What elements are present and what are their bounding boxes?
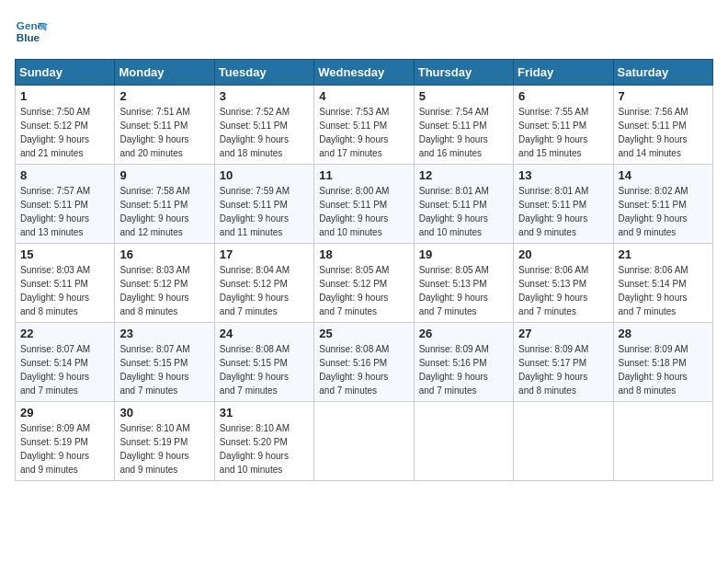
- day-number: 23: [119, 327, 209, 340]
- day-info: Sunrise: 8:09 AMSunset: 5:17 PMDaylight:…: [518, 344, 588, 396]
- day-number: 28: [619, 327, 708, 340]
- day-number: 22: [20, 327, 109, 340]
- calendar-day-header: Thursday: [414, 60, 513, 86]
- calendar-week-row: 1Sunrise: 7:50 AMSunset: 5:12 PMDaylight…: [16, 86, 713, 165]
- day-info: Sunrise: 8:03 AMSunset: 5:12 PMDaylight:…: [119, 265, 189, 316]
- calendar-day-header: Tuesday: [214, 60, 313, 86]
- day-info: Sunrise: 8:05 AMSunset: 5:13 PMDaylight:…: [419, 265, 489, 316]
- day-number: 11: [319, 168, 408, 182]
- day-number: 29: [20, 406, 109, 419]
- day-number: 21: [619, 247, 708, 261]
- day-info: Sunrise: 7:53 AMSunset: 5:11 PMDaylight:…: [319, 107, 389, 158]
- calendar-cell: 13Sunrise: 8:01 AMSunset: 5:11 PMDayligh…: [514, 165, 613, 244]
- day-info: Sunrise: 8:02 AMSunset: 5:11 PMDaylight:…: [619, 186, 688, 237]
- calendar-cell: [613, 402, 712, 481]
- calendar-week-row: 8Sunrise: 7:57 AMSunset: 5:11 PMDaylight…: [16, 165, 713, 244]
- calendar-cell: 25Sunrise: 8:08 AMSunset: 5:16 PMDayligh…: [314, 323, 414, 402]
- calendar-cell: 11Sunrise: 8:00 AMSunset: 5:11 PMDayligh…: [314, 165, 414, 244]
- day-info: Sunrise: 7:52 AMSunset: 5:11 PMDaylight:…: [220, 107, 290, 158]
- day-number: 10: [220, 168, 309, 182]
- day-info: Sunrise: 7:57 AMSunset: 5:11 PMDaylight:…: [20, 186, 90, 237]
- calendar-week-row: 22Sunrise: 8:07 AMSunset: 5:14 PMDayligh…: [16, 323, 713, 402]
- day-number: 6: [518, 89, 608, 103]
- calendar-week-row: 29Sunrise: 8:09 AMSunset: 5:19 PMDayligh…: [16, 402, 713, 481]
- calendar-cell: 7Sunrise: 7:56 AMSunset: 5:11 PMDaylight…: [613, 86, 712, 165]
- calendar-cell: 3Sunrise: 7:52 AMSunset: 5:11 PMDaylight…: [214, 86, 313, 165]
- calendar-cell: 4Sunrise: 7:53 AMSunset: 5:11 PMDaylight…: [314, 86, 414, 165]
- day-number: 12: [419, 168, 508, 182]
- calendar-cell: 24Sunrise: 8:08 AMSunset: 5:15 PMDayligh…: [214, 323, 313, 402]
- logo: General Blue: [15, 15, 48, 48]
- day-info: Sunrise: 8:06 AMSunset: 5:13 PMDaylight:…: [518, 265, 588, 316]
- day-number: 27: [518, 327, 608, 340]
- day-number: 24: [220, 327, 309, 340]
- day-number: 17: [220, 247, 309, 261]
- day-info: Sunrise: 8:09 AMSunset: 5:19 PMDaylight:…: [20, 423, 90, 475]
- calendar-cell: 29Sunrise: 8:09 AMSunset: 5:19 PMDayligh…: [16, 402, 115, 481]
- day-info: Sunrise: 8:07 AMSunset: 5:15 PMDaylight:…: [119, 344, 189, 396]
- calendar-cell: 14Sunrise: 8:02 AMSunset: 5:11 PMDayligh…: [613, 165, 712, 244]
- day-info: Sunrise: 7:51 AMSunset: 5:11 PMDaylight:…: [119, 107, 189, 158]
- calendar-cell: 27Sunrise: 8:09 AMSunset: 5:17 PMDayligh…: [514, 323, 613, 402]
- calendar-table: SundayMondayTuesdayWednesdayThursdayFrid…: [15, 59, 713, 481]
- calendar-cell: [414, 402, 513, 481]
- calendar-day-header: Saturday: [613, 60, 712, 86]
- day-info: Sunrise: 8:05 AMSunset: 5:12 PMDaylight:…: [319, 265, 389, 316]
- calendar-cell: 10Sunrise: 7:59 AMSunset: 5:11 PMDayligh…: [214, 165, 313, 244]
- calendar-header-row: SundayMondayTuesdayWednesdayThursdayFrid…: [16, 60, 713, 86]
- day-number: 30: [119, 406, 209, 419]
- day-number: 18: [319, 247, 408, 261]
- calendar-day-header: Wednesday: [314, 60, 414, 86]
- svg-text:Blue: Blue: [17, 31, 40, 43]
- day-info: Sunrise: 8:04 AMSunset: 5:12 PMDaylight:…: [220, 265, 290, 316]
- day-number: 19: [419, 247, 508, 261]
- calendar-cell: 31Sunrise: 8:10 AMSunset: 5:20 PMDayligh…: [214, 402, 313, 481]
- day-info: Sunrise: 7:58 AMSunset: 5:11 PMDaylight:…: [119, 186, 189, 237]
- calendar-cell: 28Sunrise: 8:09 AMSunset: 5:18 PMDayligh…: [613, 323, 712, 402]
- day-info: Sunrise: 8:01 AMSunset: 5:11 PMDaylight:…: [419, 186, 489, 237]
- page-header: General Blue: [15, 15, 713, 48]
- day-number: 9: [119, 168, 209, 182]
- day-number: 7: [619, 89, 708, 103]
- day-number: 25: [319, 327, 408, 340]
- calendar-cell: [514, 402, 613, 481]
- calendar-cell: 18Sunrise: 8:05 AMSunset: 5:12 PMDayligh…: [314, 244, 414, 323]
- day-info: Sunrise: 7:55 AMSunset: 5:11 PMDaylight:…: [518, 107, 588, 158]
- day-number: 1: [20, 89, 109, 103]
- calendar-cell: 1Sunrise: 7:50 AMSunset: 5:12 PMDaylight…: [16, 86, 115, 165]
- day-number: 2: [119, 89, 209, 103]
- calendar-cell: 22Sunrise: 8:07 AMSunset: 5:14 PMDayligh…: [16, 323, 115, 402]
- day-info: Sunrise: 8:03 AMSunset: 5:11 PMDaylight:…: [20, 265, 90, 316]
- day-info: Sunrise: 7:50 AMSunset: 5:12 PMDaylight:…: [20, 107, 90, 158]
- day-info: Sunrise: 7:59 AMSunset: 5:11 PMDaylight:…: [220, 186, 290, 237]
- day-info: Sunrise: 7:56 AMSunset: 5:11 PMDaylight:…: [619, 107, 688, 158]
- calendar-week-row: 15Sunrise: 8:03 AMSunset: 5:11 PMDayligh…: [16, 244, 713, 323]
- day-info: Sunrise: 8:09 AMSunset: 5:16 PMDaylight:…: [419, 344, 489, 396]
- day-number: 4: [319, 89, 408, 103]
- calendar-cell: 2Sunrise: 7:51 AMSunset: 5:11 PMDaylight…: [115, 86, 214, 165]
- calendar-cell: 12Sunrise: 8:01 AMSunset: 5:11 PMDayligh…: [414, 165, 513, 244]
- day-info: Sunrise: 8:08 AMSunset: 5:16 PMDaylight:…: [319, 344, 389, 396]
- calendar-cell: 19Sunrise: 8:05 AMSunset: 5:13 PMDayligh…: [414, 244, 513, 323]
- calendar-cell: 9Sunrise: 7:58 AMSunset: 5:11 PMDaylight…: [115, 165, 214, 244]
- day-number: 31: [220, 406, 309, 419]
- day-info: Sunrise: 8:06 AMSunset: 5:14 PMDaylight:…: [619, 265, 688, 316]
- day-number: 26: [419, 327, 508, 340]
- day-number: 3: [220, 89, 309, 103]
- day-number: 20: [518, 247, 608, 261]
- day-number: 16: [119, 247, 209, 261]
- logo-icon: General Blue: [15, 15, 48, 48]
- calendar-cell: 17Sunrise: 8:04 AMSunset: 5:12 PMDayligh…: [214, 244, 313, 323]
- calendar-cell: 15Sunrise: 8:03 AMSunset: 5:11 PMDayligh…: [16, 244, 115, 323]
- day-number: 14: [619, 168, 708, 182]
- day-info: Sunrise: 8:10 AMSunset: 5:20 PMDaylight:…: [220, 423, 290, 475]
- calendar-cell: 23Sunrise: 8:07 AMSunset: 5:15 PMDayligh…: [115, 323, 214, 402]
- calendar-cell: [314, 402, 414, 481]
- calendar-cell: 8Sunrise: 7:57 AMSunset: 5:11 PMDaylight…: [16, 165, 115, 244]
- calendar-cell: 21Sunrise: 8:06 AMSunset: 5:14 PMDayligh…: [613, 244, 712, 323]
- day-info: Sunrise: 8:10 AMSunset: 5:19 PMDaylight:…: [119, 423, 189, 475]
- calendar-cell: 30Sunrise: 8:10 AMSunset: 5:19 PMDayligh…: [115, 402, 214, 481]
- calendar-body: 1Sunrise: 7:50 AMSunset: 5:12 PMDaylight…: [16, 86, 713, 481]
- day-info: Sunrise: 8:09 AMSunset: 5:18 PMDaylight:…: [619, 344, 688, 396]
- calendar-cell: 26Sunrise: 8:09 AMSunset: 5:16 PMDayligh…: [414, 323, 513, 402]
